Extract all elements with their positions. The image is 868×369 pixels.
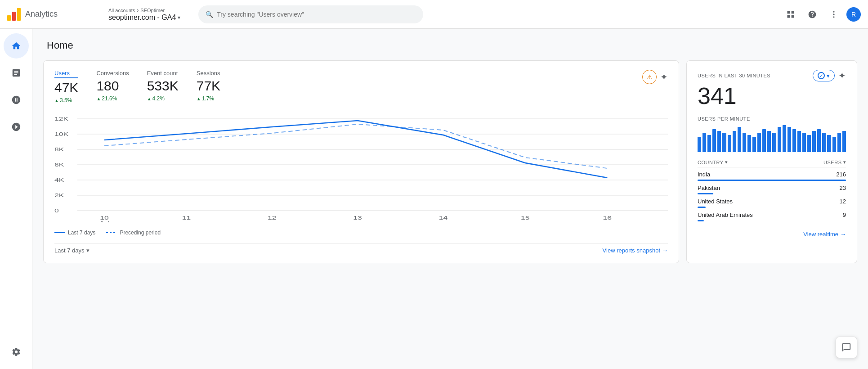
bar-chart-bar — [752, 137, 756, 152]
app-title: Analytics — [25, 9, 58, 19]
metric-users-label[interactable]: Users — [54, 70, 78, 78]
sidebar-item-advertising[interactable] — [4, 114, 29, 140]
view-reports-link[interactable]: View reports snapshot → — [603, 247, 668, 254]
check-circle-icon: ✓ — [818, 72, 825, 79]
bar-chart-bar — [802, 133, 806, 152]
main-card: Users 47K 3.5% Conversions 180 21.6% Eve… — [43, 60, 679, 263]
user-avatar[interactable]: R — [846, 7, 861, 22]
breadcrumb-parent[interactable]: All accounts — [108, 8, 135, 13]
metric-users-value: 47K — [54, 80, 78, 95]
metric-conversions-label[interactable]: Conversions — [96, 70, 129, 76]
page-title: Home — [43, 40, 857, 51]
view-reports-label: View reports snapshot — [603, 247, 660, 254]
svg-text:8K: 8K — [54, 147, 64, 152]
bar-chart-bar — [743, 133, 746, 152]
country-bar — [698, 207, 706, 208]
view-reports-arrow-icon: → — [662, 247, 668, 254]
metric-sessions: Sessions 77K 1.7% — [197, 70, 220, 102]
svg-text:10: 10 — [100, 215, 108, 220]
line-chart: 12K 10K 8K 6K 4K 2K 0 10 — [54, 114, 668, 222]
warning-icon[interactable]: ⚠ — [642, 70, 657, 84]
period-label: Last 7 days — [54, 247, 85, 254]
top-header: Analytics All accounts › SEOptimer seopt… — [0, 0, 868, 29]
country-row: United Arab Emirates 9 — [698, 212, 846, 221]
country-name[interactable]: United Arab Emirates — [698, 212, 753, 218]
realtime-value: 341 — [698, 83, 846, 109]
svg-text:10K: 10K — [54, 131, 68, 137]
sidebar — [0, 29, 32, 369]
breadcrumb-area: All accounts › SEOptimer seoptimer.com -… — [101, 7, 188, 22]
sparkle-icon[interactable]: ✦ — [660, 72, 668, 82]
metric-sessions-label[interactable]: Sessions — [197, 70, 220, 76]
search-icon: 🔍 — [206, 11, 213, 18]
bar-chart-bar — [783, 125, 786, 152]
bar-chart-bar — [728, 135, 731, 153]
main-content: Home Users 47K 3.5% Conversions 180 21.6… — [32, 29, 868, 369]
country-users-value: 23 — [840, 184, 846, 191]
bar-chart-bar — [707, 135, 711, 153]
svg-rect-3 — [792, 15, 794, 18]
country-col-dropdown-icon: ▾ — [725, 159, 728, 165]
realtime-label: USERS IN LAST 30 MINUTES — [698, 73, 770, 78]
chart-legend: Last 7 days Preceding period — [54, 230, 668, 236]
metric-event-count: Event count 533K 4.2% — [147, 70, 179, 102]
country-users-value: 9 — [843, 212, 846, 218]
sidebar-item-reports[interactable] — [4, 60, 29, 86]
bar-chart-bar — [722, 133, 726, 152]
country-row: India 216 — [698, 171, 846, 181]
bar-chart-bar — [738, 127, 741, 152]
users-col-header[interactable]: USERS ▾ — [823, 159, 846, 165]
apps-button[interactable] — [782, 5, 800, 23]
breadcrumb-account[interactable]: SEOptimer — [140, 8, 165, 13]
bar-chart-bar — [778, 127, 781, 152]
users-per-min-label: USERS PER MINUTE — [698, 116, 846, 122]
legend-solid-line — [54, 232, 65, 233]
property-dropdown-icon: ▾ — [178, 14, 180, 21]
svg-text:2K: 2K — [54, 193, 64, 198]
search-bar[interactable]: 🔍 — [198, 5, 423, 23]
sidebar-item-explore[interactable] — [4, 87, 29, 112]
bar-chart-bar — [702, 133, 706, 152]
view-realtime-link[interactable]: View realtime → — [803, 231, 846, 238]
country-name[interactable]: India — [698, 171, 710, 178]
chart-container: 12K 10K 8K 6K 4K 2K 0 10 — [54, 114, 668, 222]
sidebar-item-settings[interactable] — [4, 339, 29, 364]
svg-text:12K: 12K — [54, 116, 68, 122]
realtime-check-button[interactable]: ✓ ▾ — [813, 70, 835, 81]
sidebar-item-home[interactable] — [4, 33, 29, 58]
country-row-data: India 216 — [698, 171, 846, 178]
country-col-label: COUNTRY — [698, 160, 724, 165]
svg-point-5 — [833, 14, 834, 15]
country-row: United States 12 — [698, 198, 846, 208]
country-row: Pakistan 23 — [698, 184, 846, 194]
svg-text:14: 14 — [439, 215, 447, 220]
svg-rect-1 — [792, 11, 794, 14]
svg-text:4K: 4K — [54, 177, 64, 183]
metric-conversions: Conversions 180 21.6% — [96, 70, 129, 102]
bar-chart-bar — [822, 133, 826, 152]
chat-button[interactable] — [836, 337, 857, 358]
dashboard-grid: Users 47K 3.5% Conversions 180 21.6% Eve… — [43, 60, 857, 263]
country-name[interactable]: United States — [698, 198, 733, 205]
bar-chart-bar — [807, 135, 811, 153]
country-name[interactable]: Pakistan — [698, 184, 720, 191]
country-bar — [698, 220, 704, 221]
bar-chart-bar — [717, 131, 721, 152]
help-button[interactable] — [803, 5, 821, 23]
property-selector[interactable]: seoptimer.com - GA4 ▾ — [108, 14, 180, 22]
country-col-header[interactable]: COUNTRY ▾ — [698, 159, 728, 165]
svg-point-4 — [833, 11, 834, 12]
bar-chart-bar — [762, 129, 766, 152]
more-options-button[interactable] — [825, 5, 843, 23]
realtime-sparkle-icon[interactable]: ✦ — [838, 70, 846, 81]
metric-conversions-change: 21.6% — [96, 95, 129, 102]
search-input[interactable] — [217, 11, 416, 18]
country-bar — [698, 193, 713, 194]
metric-users-change: 3.5% — [54, 97, 78, 104]
period-selector[interactable]: Last 7 days ▾ — [54, 247, 89, 254]
metric-event-count-value: 533K — [147, 78, 179, 94]
country-row-data: United States 12 — [698, 198, 846, 205]
bar-chart-bar — [698, 137, 701, 152]
bar-chart-bar — [757, 133, 761, 152]
metric-event-count-label[interactable]: Event count — [147, 70, 179, 76]
